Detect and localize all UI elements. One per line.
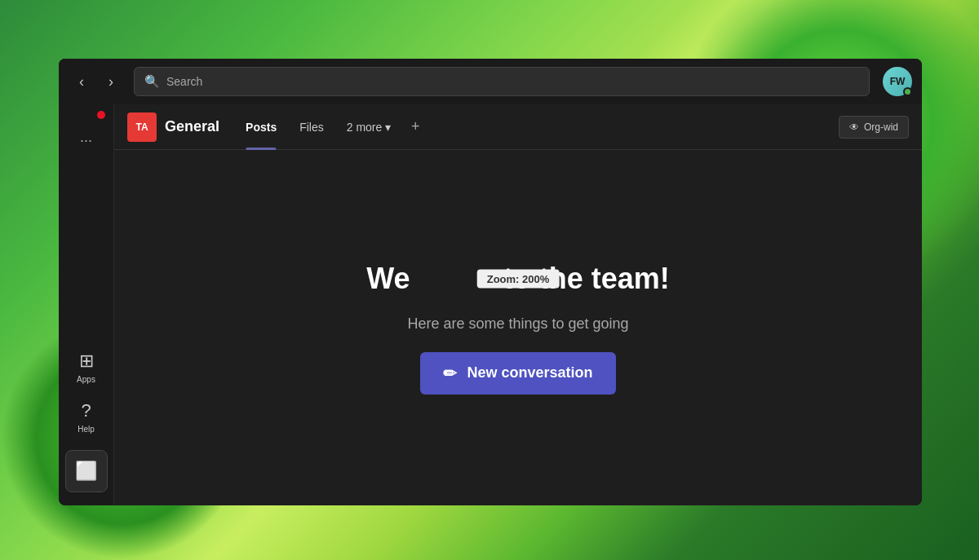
sidebar: ··· ⊞ Apps ? Help ⬜	[59, 104, 114, 505]
org-wide-button[interactable]: 👁 Org-wid	[839, 116, 909, 139]
sidebar-more-button[interactable]: ···	[69, 122, 104, 158]
sidebar-item-help[interactable]: ? Help	[64, 394, 109, 440]
help-label: Help	[78, 425, 95, 434]
search-bar[interactable]: 🔍 Search	[134, 67, 870, 96]
tab-more-button[interactable]: 2 more ▾	[337, 114, 401, 140]
back-button[interactable]: ‹	[69, 68, 95, 95]
apps-icon: ⊞	[79, 351, 94, 372]
apps-label: Apps	[77, 375, 95, 384]
org-wide-label: Org-wid	[864, 121, 898, 133]
channel-tabs: Posts Files 2 more ▾ +	[236, 114, 839, 140]
compose-icon: ✏	[443, 364, 457, 383]
new-conversation-label: New conversation	[467, 364, 592, 381]
chevron-down-icon: ▾	[385, 121, 391, 134]
help-icon: ?	[81, 400, 91, 421]
status-dot	[903, 87, 912, 96]
posts-area: We­lcome to the team! Zoom: 200% Here ar…	[114, 150, 922, 505]
notification-dot	[97, 111, 105, 119]
search-placeholder-text: Search	[166, 75, 202, 88]
channel-name: General	[165, 118, 219, 135]
top-bar: ‹ › 🔍 Search FW	[59, 59, 922, 104]
tab-files[interactable]: Files	[290, 114, 334, 140]
tab-add-button[interactable]: +	[404, 116, 427, 139]
device-icon: ⬜	[75, 461, 97, 482]
search-icon: 🔍	[144, 74, 160, 89]
sidebar-device-button[interactable]: ⬜	[65, 450, 108, 492]
tab-more-label: 2 more	[347, 121, 383, 134]
content-area: TA General Posts Files 2 more ▾ + 👁 Org-…	[114, 104, 922, 505]
tab-posts[interactable]: Posts	[236, 114, 286, 140]
teams-window: ‹ › 🔍 Search FW ··· ⊞ Apps ? Help	[59, 59, 922, 505]
forward-button[interactable]: ›	[98, 68, 124, 95]
welcome-heading-wrap: We­lcome to the team! Zoom: 200%	[366, 262, 669, 296]
avatar-wrap: FW	[883, 67, 912, 96]
sidebar-item-apps[interactable]: ⊞ Apps	[64, 344, 109, 390]
new-conversation-button[interactable]: ✏ New conversation	[420, 352, 615, 395]
nav-arrows: ‹ ›	[69, 68, 124, 95]
team-icon: TA	[127, 112, 157, 142]
channel-header: TA General Posts Files 2 more ▾ + 👁 Org-…	[114, 104, 922, 150]
main-body: ··· ⊞ Apps ? Help ⬜ TA General Posts	[59, 104, 922, 505]
eye-icon: 👁	[849, 121, 859, 133]
welcome-subtext: Here are some things to get going	[407, 315, 628, 333]
zoom-tooltip: Zoom: 200%	[477, 269, 560, 288]
